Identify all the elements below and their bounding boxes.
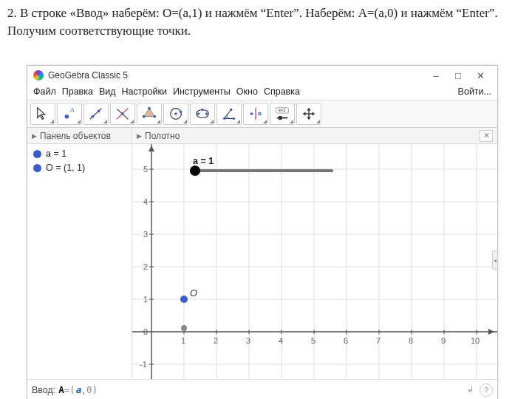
tool-circle[interactable]: [163, 103, 188, 125]
input-label: Ввод:: [32, 385, 55, 395]
tool-slider[interactable]: a=2: [270, 103, 295, 125]
algebra-panel: ▶Панель объектов a = 1 O = (1, 1): [27, 128, 132, 379]
algebra-header-label: Панель объектов: [40, 131, 111, 141]
xlabel-5: 5: [311, 336, 316, 345]
point-O-label: O: [190, 287, 197, 299]
tool-move[interactable]: [30, 103, 55, 125]
tool-angle[interactable]: [216, 103, 242, 125]
xlabel-2: 2: [214, 336, 218, 345]
svg-point-0: [65, 115, 69, 119]
menu-view[interactable]: Вид: [99, 86, 116, 97]
svg-point-21: [230, 109, 232, 111]
bullet-icon: [33, 164, 41, 172]
menu-tools[interactable]: Инструменты: [173, 86, 231, 97]
side-handle[interactable]: ◂: [492, 250, 498, 270]
close-panel-button[interactable]: ✕: [480, 130, 493, 142]
tool-move-view[interactable]: [296, 103, 321, 125]
svg-point-19: [223, 117, 225, 120]
input-field[interactable]: A=(a,0): [58, 384, 98, 395]
slider-track[interactable]: [193, 169, 333, 172]
ylabel-2: 2: [143, 262, 148, 271]
tool-reflect[interactable]: [243, 103, 268, 125]
tool-polygon[interactable]: [137, 103, 162, 125]
xlabel-6: 6: [344, 336, 348, 345]
svg-point-16: [197, 112, 200, 115]
toolbar: A a=2: [27, 100, 497, 128]
instruction-text: 2. В строке «Ввод» наберём: O=(a,1) и на…: [0, 0, 532, 43]
svg-point-13: [174, 112, 177, 115]
svg-point-14: [180, 110, 183, 113]
graphics-header-label: Полотно: [145, 131, 180, 141]
xlabel-7: 7: [376, 336, 381, 345]
input-submit-icon[interactable]: ↲: [463, 383, 477, 397]
menu-options[interactable]: Настройки: [122, 86, 167, 97]
menu-file[interactable]: Файл: [33, 86, 56, 97]
point-preview[interactable]: [181, 325, 187, 331]
ylabel-4: 4: [143, 197, 148, 206]
xlabel-1: 1: [181, 336, 185, 345]
object-O-label: O = (1, 1): [46, 163, 85, 173]
menu-edit[interactable]: Правка: [62, 86, 93, 97]
input-bar: Ввод: A=(a,0) ↲ ?: [27, 379, 497, 399]
menubar: Файл Правка Вид Настройки Инструменты Ок…: [27, 85, 497, 100]
algebra-header[interactable]: ▶Панель объектов: [27, 128, 132, 144]
minimize-button[interactable]: –: [425, 69, 447, 82]
tool-ellipse[interactable]: [190, 103, 215, 125]
bullet-icon: [33, 150, 41, 158]
svg-point-23: [250, 112, 253, 115]
menu-window[interactable]: Окно: [236, 86, 258, 97]
graphics-panel: ▶ Полотно ✕: [132, 128, 497, 379]
svg-text:a=2: a=2: [279, 108, 286, 112]
slider-a[interactable]: a = 1: [193, 156, 333, 172]
ylabel-1: 1: [143, 295, 148, 304]
xlabel-9: 9: [441, 336, 446, 345]
svg-line-2: [90, 109, 102, 120]
tool-perp[interactable]: [110, 103, 135, 125]
object-a[interactable]: a = 1: [33, 149, 126, 159]
svg-point-11: [143, 115, 146, 118]
xlabel-10: 10: [471, 336, 480, 345]
svg-point-7: [121, 112, 124, 115]
collapse-icon: ▶: [32, 132, 37, 140]
maximize-button[interactable]: □: [447, 69, 469, 82]
collapse-icon: ▶: [137, 132, 142, 140]
close-button[interactable]: ✕: [469, 69, 491, 82]
object-a-label: a = 1: [46, 149, 66, 159]
svg-marker-52: [149, 146, 154, 151]
titlebar: GeoGebra Classic 5 – □ ✕: [27, 66, 497, 85]
graphics-header[interactable]: ▶ Полотно ✕: [132, 128, 497, 144]
input-help-icon[interactable]: ?: [480, 383, 493, 397]
panels: ▶Панель объектов a = 1 O = (1, 1) ▶ Поло…: [27, 128, 497, 379]
ylabel-5: 5: [143, 165, 148, 174]
object-list: a = 1 O = (1, 1): [27, 144, 132, 181]
xlabel-8: 8: [409, 336, 413, 345]
svg-point-3: [92, 115, 95, 118]
svg-point-18: [201, 109, 203, 111]
xlabel-4: 4: [279, 336, 283, 345]
login-link[interactable]: Войти...: [458, 86, 491, 97]
slider-knob[interactable]: [190, 166, 200, 176]
app-logo-icon: [33, 70, 44, 81]
xlabel-3: 3: [246, 336, 250, 345]
svg-text:A: A: [69, 107, 75, 114]
menu-help[interactable]: Справка: [264, 86, 300, 97]
app-window: GeoGebra Classic 5 – □ ✕ Файл Правка Вид…: [27, 65, 498, 399]
slider-a-label: a = 1: [193, 156, 333, 166]
ylabel-3: 3: [143, 230, 148, 239]
ylabel-n1: -1: [140, 360, 147, 369]
svg-point-24: [259, 112, 261, 115]
svg-point-10: [154, 115, 157, 118]
graphics-canvas[interactable]: O 1 2 3 4 5 6 7 8 9 10 -1 0 1 2 3 4 5 a …: [132, 144, 497, 379]
tool-line[interactable]: [83, 103, 109, 125]
ylabel-0: 0: [143, 327, 148, 336]
window-title: GeoGebra Classic 5: [48, 70, 128, 81]
svg-point-20: [233, 117, 235, 120]
svg-point-9: [148, 107, 151, 110]
svg-point-4: [98, 110, 100, 113]
object-O[interactable]: O = (1, 1): [33, 163, 126, 173]
tool-point[interactable]: A: [57, 103, 82, 125]
point-O[interactable]: [180, 296, 188, 303]
svg-marker-50: [488, 329, 494, 335]
svg-point-28: [279, 116, 283, 120]
svg-point-17: [205, 112, 208, 115]
